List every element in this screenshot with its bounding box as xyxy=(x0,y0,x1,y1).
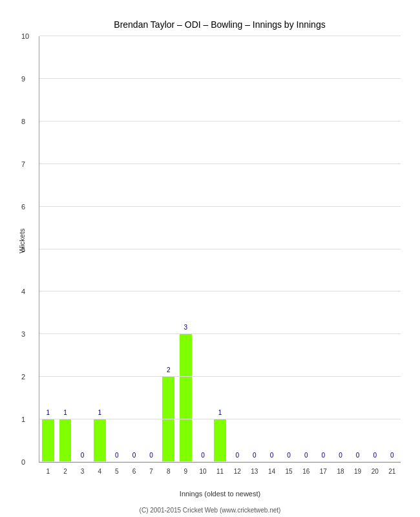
bar-value-label: 0 xyxy=(339,452,342,459)
bar-value-label: 0 xyxy=(81,452,85,459)
x-tick-label: 6 xyxy=(132,468,136,475)
x-tick-label: 7 xyxy=(149,468,153,475)
bar-group: 14 xyxy=(91,36,109,462)
bar-value-label: 0 xyxy=(115,452,119,459)
chart-container: Brendan Taylor – ODI – Bowling – Innings… xyxy=(0,0,420,517)
x-tick-label: 15 xyxy=(286,468,293,475)
bar-group: 020 xyxy=(366,36,384,462)
y-tick-label: 0 xyxy=(21,458,25,466)
x-tick-label: 21 xyxy=(388,468,395,475)
y-tick-label: 9 xyxy=(21,75,25,83)
bar-value-label: 2 xyxy=(167,366,171,374)
x-tick-label: 16 xyxy=(302,468,310,475)
bar-value-label: 0 xyxy=(270,452,274,459)
bar-group: 03 xyxy=(74,36,91,462)
bar-value-label: 0 xyxy=(287,452,291,459)
bar: 1 xyxy=(42,419,54,462)
bar-value-label: 1 xyxy=(218,409,222,416)
bar-value-label: 0 xyxy=(201,452,205,459)
bar-group: 017 xyxy=(315,36,332,462)
x-tick-label: 10 xyxy=(199,468,206,475)
bar-value-label: 0 xyxy=(356,452,360,459)
y-tick-label: 1 xyxy=(21,416,25,423)
bar-group: 07 xyxy=(143,36,160,462)
bar-group: 06 xyxy=(125,36,143,462)
y-tick-label: 2 xyxy=(21,373,25,381)
footer: (C) 2001-2015 Cricket Web (www.cricketwe… xyxy=(0,507,420,514)
chart-title: Brendan Taylor – ODI – Bowling – Innings… xyxy=(39,19,401,30)
x-tick-label: 18 xyxy=(337,468,344,475)
bar-value-label: 1 xyxy=(63,409,67,416)
y-tick-label: 5 xyxy=(21,246,25,253)
grid-line xyxy=(39,291,401,291)
bar-group: 010 xyxy=(194,36,212,462)
bars-container: 1112031405060728390101110120130140150160… xyxy=(39,36,401,462)
bar-group: 111 xyxy=(211,36,229,462)
grid-line xyxy=(39,249,401,249)
bar-group: 12 xyxy=(57,36,74,462)
bar-value-label: 0 xyxy=(235,452,239,459)
x-tick-label: 8 xyxy=(167,468,171,475)
bar-value-label: 1 xyxy=(47,409,50,416)
bar-group: 012 xyxy=(229,36,246,462)
x-tick-label: 14 xyxy=(268,468,275,475)
bar-group: 05 xyxy=(109,36,126,462)
grid-line xyxy=(39,419,401,419)
bar-value-label: 0 xyxy=(373,452,377,459)
bar: 3 xyxy=(180,334,192,462)
bar-group: 39 xyxy=(177,36,194,462)
x-tick-label: 9 xyxy=(184,468,188,475)
x-tick-label: 20 xyxy=(372,468,379,475)
x-tick-label: 11 xyxy=(216,468,224,475)
bar-group: 015 xyxy=(280,36,298,462)
bar: 1 xyxy=(59,419,72,462)
y-tick-label: 3 xyxy=(21,330,25,338)
bar-value-label: 0 xyxy=(132,452,136,459)
x-tick-label: 12 xyxy=(234,468,241,475)
x-tick-label: 3 xyxy=(81,468,85,475)
grid-line xyxy=(39,36,401,36)
grid-line xyxy=(39,206,401,207)
y-tick-label: 7 xyxy=(21,160,25,168)
x-tick-label: 17 xyxy=(320,468,327,475)
y-tick-label: 6 xyxy=(21,203,25,211)
x-tick-label: 2 xyxy=(63,468,67,475)
bar-value-label: 0 xyxy=(322,452,326,459)
x-tick-label: 13 xyxy=(251,468,258,475)
bar-group: 014 xyxy=(263,36,280,462)
bar-group: 021 xyxy=(384,36,401,462)
bar-group: 28 xyxy=(160,36,177,462)
bar-group: 018 xyxy=(332,36,350,462)
bar-value-label: 0 xyxy=(253,452,257,459)
y-tick-label: 8 xyxy=(21,118,25,125)
x-tick-label: 19 xyxy=(354,468,361,475)
bar-value-label: 0 xyxy=(390,452,394,459)
bar-value-label: 1 xyxy=(98,409,101,416)
bar-group: 019 xyxy=(349,36,366,462)
x-tick-label: 5 xyxy=(115,468,119,475)
y-tick-label: 4 xyxy=(21,288,25,295)
bar-value-label: 3 xyxy=(184,324,188,331)
y-tick-label: 10 xyxy=(21,32,29,40)
x-tick-label: 1 xyxy=(47,468,50,475)
grid-line xyxy=(39,333,401,334)
chart-area: 1112031405060728390101110120130140150160… xyxy=(39,36,401,463)
bar-group: 013 xyxy=(246,36,264,462)
bar: 1 xyxy=(94,419,106,462)
x-tick-label: 4 xyxy=(98,468,101,475)
bar-group: 016 xyxy=(297,36,315,462)
grid-line xyxy=(39,121,401,121)
x-axis-label: Innings (oldest to newest) xyxy=(180,490,260,498)
bar: 1 xyxy=(214,419,226,462)
grid-line xyxy=(39,376,401,377)
bar-value-label: 0 xyxy=(304,452,308,459)
grid-line xyxy=(39,164,401,164)
bar-group: 11 xyxy=(39,36,57,462)
grid-line xyxy=(39,78,401,79)
grid-line xyxy=(39,461,401,462)
bar-value-label: 0 xyxy=(149,452,153,459)
